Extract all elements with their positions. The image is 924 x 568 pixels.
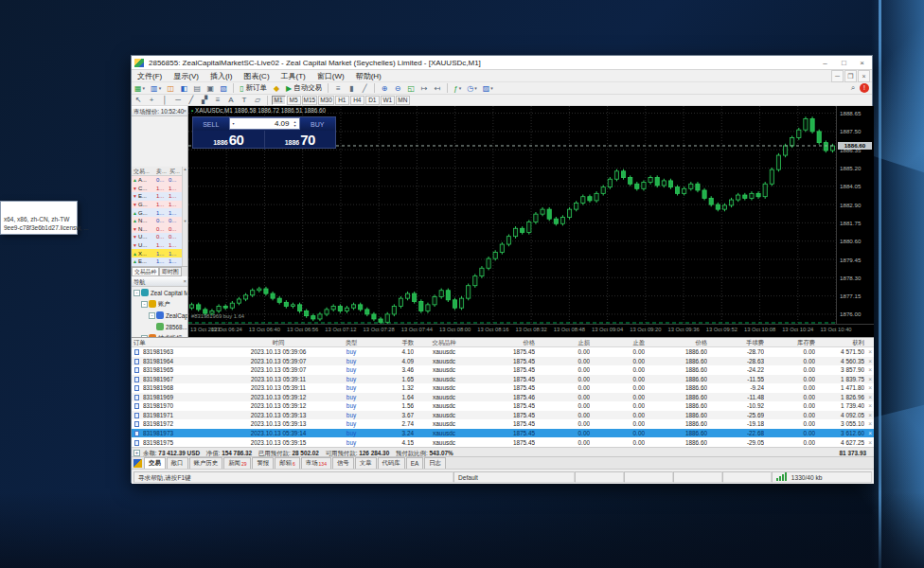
order-row-831981970[interactable]: 8319819702023.10.13 05:39:12buy1.56xauus… (132, 401, 874, 411)
market-watch-scrollbar[interactable]: ▲▼ (182, 167, 187, 266)
status-connection[interactable]: 1330/40 kb (772, 471, 872, 483)
terminal-tab-4[interactable]: 警报 (252, 457, 274, 469)
volume-dropdown-icon[interactable]: ▾ (230, 122, 238, 126)
navigator-item-0[interactable]: -Zeal Capital MT4 (132, 287, 187, 298)
order-row-831981972[interactable]: 8319819722023.10.13 05:39:13buy2.74xauus… (132, 419, 874, 429)
terminal-toggle[interactable]: ▣ (204, 83, 216, 94)
new-chart-button[interactable]: ▦▾ (133, 83, 147, 94)
terminal-tab-8[interactable]: 文章 (355, 457, 377, 469)
orders-col-header-0[interactable]: 订单 (133, 338, 224, 347)
timeframe-w1[interactable]: W1 (381, 96, 395, 105)
col-symbol[interactable]: 交易... (132, 167, 156, 175)
market-watch-row[interactable]: ▲E...1...1... (132, 257, 183, 266)
chart-minimize-icon[interactable]: ─ (831, 70, 844, 82)
terminal-tab-10[interactable]: EA (406, 457, 424, 469)
orders-col-header-9[interactable]: 手续费 (709, 338, 764, 347)
market-watch-row[interactable]: ▲G...1...1... (132, 208, 183, 217)
timeframe-m30[interactable]: M30 (318, 96, 334, 105)
order-row-831981975[interactable]: 8319819752023.10.13 05:39:15buy4.15xauus… (132, 438, 874, 448)
chart-shift-button[interactable]: ↤ (432, 83, 443, 94)
search-icon[interactable]: ⌕ (847, 83, 859, 94)
market-watch-tab-0[interactable]: 交易品种 (132, 267, 159, 276)
menu-item-2[interactable]: 插入(I) (204, 70, 239, 82)
notification-badge-icon[interactable]: ! (860, 83, 869, 93)
buy-button[interactable]: BUY (300, 117, 336, 131)
navigator-toggle[interactable]: ▤ (191, 83, 203, 94)
tree-expander-icon[interactable]: - (149, 312, 155, 319)
bar-chart-button[interactable]: ≡ (332, 83, 344, 94)
menu-item-5[interactable]: 窗口(W) (311, 70, 350, 82)
menu-item-4[interactable]: 工具(T) (275, 70, 311, 82)
timeframe-h4[interactable]: H4 (350, 96, 364, 105)
order-row-831981965[interactable]: 8319819652023.10.13 05:39:07buy3.46xauus… (132, 365, 874, 375)
new-order-button[interactable]: ▯新订单 (238, 83, 269, 94)
metaeditor-button[interactable]: ◆ (271, 83, 282, 94)
terminal-tab-11[interactable]: 日志 (424, 457, 446, 469)
menu-item-6[interactable]: 帮助(H) (350, 70, 387, 82)
title-bar[interactable]: 2856855: ZealCapitalMarketSC-Live02 - Ze… (132, 56, 872, 70)
channel-tool[interactable]: ▞ (199, 95, 210, 105)
order-row-831981968[interactable]: 8319819682023.10.13 05:39:11buy1.32xauus… (132, 383, 874, 393)
sell-button[interactable]: SELL (193, 117, 229, 131)
terminal-tab-2[interactable]: 账户历史 (189, 457, 223, 469)
market-watch-row[interactable]: ▲A...0...0... (132, 176, 183, 185)
orders-col-header-11[interactable]: 获利 (817, 338, 864, 347)
close-order-icon[interactable]: × (868, 383, 872, 393)
close-order-icon[interactable]: × (868, 411, 872, 420)
timeframe-m15[interactable]: M15 (302, 96, 318, 105)
close-order-icon[interactable]: × (868, 438, 872, 448)
order-row-831981964[interactable]: 8319819642023.10.13 05:39:07buy4.09xauus… (132, 357, 874, 366)
market-watch-close-icon[interactable]: × (183, 106, 187, 116)
sell-price[interactable]: 188660 (193, 131, 264, 150)
close-order-icon[interactable]: × (868, 357, 872, 366)
market-watch-row[interactable]: ▼N...0...0... (132, 225, 183, 234)
market-watch-row[interactable]: ▼C...1...1... (132, 185, 183, 193)
timeframe-d1[interactable]: D1 (365, 96, 380, 105)
buy-price[interactable]: 188670 (265, 131, 336, 150)
navigator-caption[interactable]: 导航 × (132, 276, 187, 287)
navigator-item-2[interactable]: -ZealCapita... (132, 310, 187, 321)
volume-value[interactable]: 4.09 (238, 119, 292, 128)
profiles-button[interactable]: ▥▾ (149, 83, 163, 94)
autotrading-button[interactable]: ▶自动交易 (284, 83, 324, 94)
orders-col-header-5[interactable]: 价格 (474, 338, 535, 347)
volume-input[interactable]: ▾ 4.09 ▴▾ (229, 117, 300, 130)
tree-expander-icon[interactable]: - (133, 290, 140, 296)
label-tool[interactable]: T (239, 95, 250, 105)
orders-col-header-8[interactable]: 价格 (647, 338, 707, 347)
close-order-icon[interactable]: × (868, 429, 872, 438)
orders-col-header-3[interactable]: 手数 (370, 338, 414, 347)
navigator-item-1[interactable]: -账户 (132, 298, 187, 310)
background-popup-window[interactable]: x64, x86, zh-CN, zh-TW 9ee9-c78f3e6b1d27… (0, 201, 78, 235)
orders-col-header-2[interactable]: 类型 (332, 338, 370, 347)
order-row-831981973[interactable]: 8319819732023.10.13 05:39:14buy3.24xauus… (132, 429, 874, 438)
orders-col-header-10[interactable]: 库存费 (766, 338, 815, 347)
templates-button[interactable]: ▨▾ (481, 83, 495, 94)
orders-col-header-1[interactable]: 时间 (226, 338, 330, 347)
navigator-item-3[interactable]: 28568... (132, 321, 187, 332)
text-tool[interactable]: A (225, 95, 237, 105)
line-chart-button[interactable]: ╱ (359, 83, 370, 94)
navigator-close-icon[interactable]: × (183, 276, 187, 287)
menu-item-1[interactable]: 显示(V) (168, 70, 204, 82)
close-order-icon[interactable]: × (868, 401, 872, 411)
chart-close-icon[interactable]: × (858, 70, 870, 82)
auto-scroll-button[interactable]: ↦ (418, 83, 430, 94)
crosshair-tool[interactable]: + (146, 95, 157, 105)
fibonacci-tool[interactable]: ≡ (212, 95, 223, 105)
status-profile[interactable]: Default (453, 471, 575, 483)
timeframe-m1[interactable]: M1 (272, 96, 286, 105)
summary-expand-icon[interactable]: + (133, 450, 140, 456)
terminal-tab-5[interactable]: 邮箱6 (275, 457, 300, 469)
terminal-tab-6[interactable]: 市场134 (301, 457, 331, 469)
order-row-831981967[interactable]: 8319819672023.10.13 05:39:11buy1.65xauus… (132, 375, 874, 384)
close-order-icon[interactable]: × (868, 419, 872, 429)
orders-col-header-7[interactable]: 止盈 (592, 338, 645, 347)
market-watch-row[interactable]: ▼U...1...1... (132, 241, 183, 250)
volume-spinner[interactable]: ▴▾ (292, 120, 299, 128)
menu-item-3[interactable]: 图表(C) (238, 70, 275, 82)
terminal-tab-3[interactable]: 新闻29 (223, 457, 251, 469)
col-sell[interactable]: 卖... (156, 167, 169, 175)
periods-button[interactable]: ◷▾ (465, 83, 479, 94)
orders-col-header-6[interactable]: 止损 (537, 338, 590, 347)
